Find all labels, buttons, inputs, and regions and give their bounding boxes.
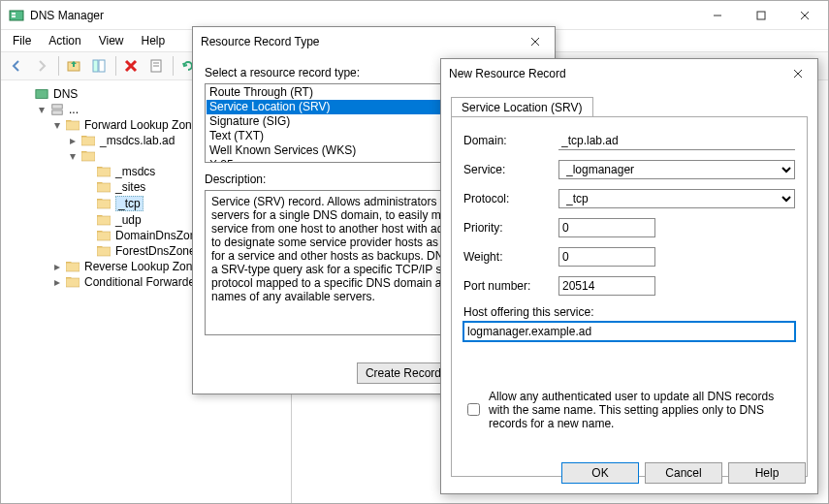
weight-label: Weight: [463,250,558,264]
close-icon[interactable] [786,62,810,85]
host-input[interactable] [463,322,795,341]
folder-icon [96,165,112,178]
svg-rect-22 [81,152,95,161]
svg-rect-26 [97,216,111,225]
svg-rect-19 [52,110,63,114]
dns-icon [34,87,49,101]
up-button[interactable] [62,54,85,78]
host-label: Host offering this service: [463,305,795,319]
delete-button[interactable] [119,54,143,78]
app-icon [9,8,24,23]
folder-icon [80,149,96,163]
menu-view[interactable]: View [91,32,132,49]
allow-update-label: Allow any authenticated user to update a… [489,390,795,430]
svg-rect-29 [66,263,80,271]
protocol-label: Protocol: [463,192,558,205]
svg-rect-8 [93,60,98,72]
folder-icon [65,275,80,289]
tab-pane: Domain: Service: _logmanager Protocol: _… [451,116,808,477]
protocol-select[interactable]: _tcp [558,189,795,208]
svg-rect-4 [757,12,765,19]
folder-icon [96,213,112,227]
priority-input[interactable] [558,218,655,237]
svg-rect-2 [12,16,16,17]
svg-rect-17 [36,90,48,99]
dialog-title: New Resource Record [449,67,786,80]
maximize-button[interactable] [739,2,782,29]
folder-icon [96,244,112,258]
folder-icon [96,197,112,210]
server-icon [49,103,65,116]
back-button[interactable] [5,54,28,78]
folder-icon [65,260,80,273]
svg-rect-27 [97,232,111,240]
folder-icon [96,229,112,242]
svg-rect-23 [97,168,111,176]
tab-srv[interactable]: Service Location (SRV) [451,97,593,117]
menu-file[interactable]: File [5,32,39,49]
menu-action[interactable]: Action [41,32,88,49]
domain-field [558,131,795,150]
help-button[interactable]: Help [728,462,806,484]
svg-rect-28 [97,247,111,256]
weight-input[interactable] [558,247,655,267]
domain-label: Domain: [463,134,558,147]
window-title: DNS Manager [30,9,695,22]
dialog-title: Resource Record Type [201,35,524,48]
forward-button[interactable] [30,54,53,78]
properties-button[interactable] [144,54,168,78]
priority-label: Priority: [463,221,558,235]
service-label: Service: [463,163,558,176]
new-resource-record-dialog: New Resource Record Service Location (SR… [440,58,818,494]
svg-rect-21 [81,137,95,145]
service-select[interactable]: _logmanager [558,160,795,179]
svg-rect-9 [99,60,105,72]
allow-update-checkbox[interactable] [467,392,480,427]
folder-icon [80,134,96,147]
close-icon[interactable] [524,30,547,53]
close-button[interactable] [782,2,826,29]
svg-rect-1 [12,13,16,15]
ok-button[interactable]: OK [561,462,639,484]
port-input[interactable] [558,276,655,296]
port-label: Port number: [463,279,558,293]
svg-rect-30 [66,278,80,287]
folder-icon [65,118,80,132]
menu-help[interactable]: Help [134,32,174,49]
svg-rect-25 [97,200,111,208]
svg-rect-18 [52,105,63,109]
folder-icon [96,180,112,194]
minimize-button[interactable] [695,2,739,29]
svg-rect-20 [66,121,80,130]
cancel-button[interactable]: Cancel [645,462,722,484]
svg-rect-24 [97,183,111,192]
show-hide-icon[interactable] [87,54,111,78]
